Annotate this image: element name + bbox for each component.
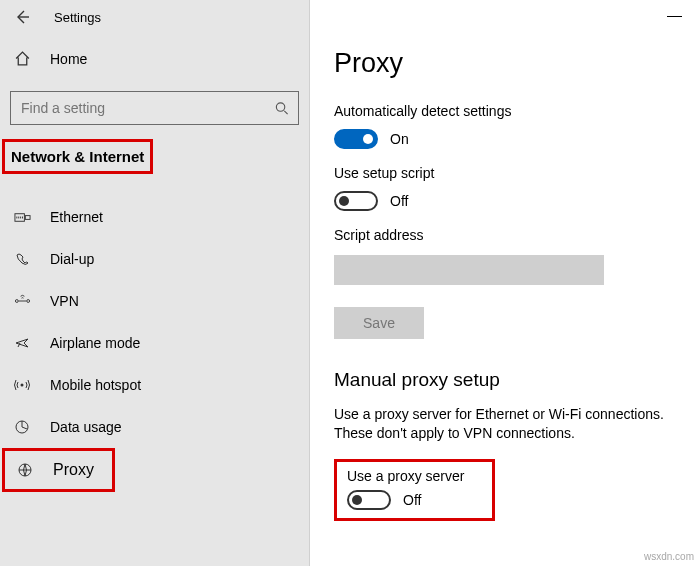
page-title: Proxy [334,48,700,79]
use-proxy-state: Off [403,492,421,508]
titlebar: Settings [0,8,309,40]
sidebar-item-airplane[interactable]: Airplane mode [0,322,309,364]
auto-detect-state: On [390,131,409,147]
manual-proxy-description: Use a proxy server for Ethernet or Wi-Fi… [334,405,700,443]
sidebar-item-label: Airplane mode [50,335,140,351]
sidebar-item-label: Proxy [53,461,94,479]
proxy-icon [15,462,35,478]
sidebar: Settings Home Network & Internet Etherne… [0,0,310,566]
use-proxy-highlight: Use a proxy server Off [334,459,495,521]
svg-point-5 [21,384,24,387]
save-button[interactable]: Save [334,307,424,339]
main-panel: — Proxy Automatically detect settings On… [310,0,700,566]
sidebar-item-ethernet[interactable]: Ethernet [0,196,309,238]
svg-point-3 [15,300,18,303]
dialup-icon [12,251,32,267]
minimize-button[interactable]: — [667,6,682,23]
sidebar-item-label: Data usage [50,419,122,435]
watermark: wsxdn.com [644,551,694,562]
auto-detect-label: Automatically detect settings [334,103,700,119]
vpn-icon [12,294,32,308]
sidebar-item-label: Ethernet [50,209,103,225]
svg-rect-2 [25,215,30,219]
script-address-label: Script address [334,227,700,243]
svg-point-4 [26,300,29,303]
sidebar-item-dialup[interactable]: Dial-up [0,238,309,280]
back-button[interactable] [8,3,36,31]
back-arrow-icon [14,9,30,25]
auto-detect-toggle[interactable] [334,129,378,149]
home-icon [12,50,32,67]
section-header-network: Network & Internet [2,139,153,174]
window-title: Settings [54,10,101,25]
ethernet-icon [12,210,32,225]
home-label: Home [50,51,87,67]
sidebar-item-label: Mobile hotspot [50,377,141,393]
setup-script-state: Off [390,193,408,209]
airplane-icon [12,335,32,351]
search-input[interactable] [10,91,299,125]
setup-script-label: Use setup script [334,165,700,181]
sidebar-item-hotspot[interactable]: Mobile hotspot [0,364,309,406]
sidebar-item-label: Dial-up [50,251,94,267]
script-address-input[interactable] [334,255,604,285]
svg-point-0 [276,103,284,111]
sidebar-item-datausage[interactable]: Data usage [0,406,309,448]
sidebar-item-proxy[interactable]: Proxy [2,448,115,492]
use-proxy-label: Use a proxy server [347,468,464,484]
sidebar-item-vpn[interactable]: VPN [0,280,309,322]
sidebar-item-label: VPN [50,293,79,309]
use-proxy-toggle[interactable] [347,490,391,510]
setup-script-toggle[interactable] [334,191,378,211]
search-container [10,91,299,125]
search-icon [274,101,289,116]
data-usage-icon [12,419,32,435]
sidebar-item-home[interactable]: Home [0,40,309,77]
hotspot-icon [12,377,32,393]
manual-proxy-title: Manual proxy setup [334,369,700,391]
